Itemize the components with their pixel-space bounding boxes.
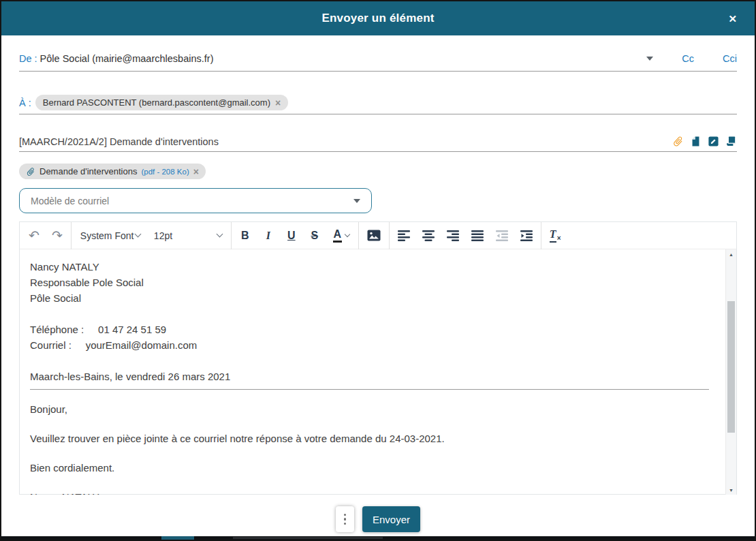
outdent-button[interactable] <box>490 222 514 249</box>
signature-block: Nancy NATALY Responsable Pole Social Pôl… <box>30 259 709 384</box>
closing-line: Bien cordialement. <box>30 460 709 476</box>
file-icon[interactable] <box>690 136 702 147</box>
modal-header: Envoyer un élément ✕ <box>1 1 755 35</box>
modal-footer: Envoyer <box>19 506 737 532</box>
align-right-button[interactable] <box>441 222 465 249</box>
scroll-down-icon[interactable]: ▼ <box>726 485 736 495</box>
from-label: De : <box>19 53 37 64</box>
subject-row: [MAARCH/2021A/2] Demande d'interventions <box>19 136 737 152</box>
email-body-input[interactable]: Nancy NATALY Responsable Pole Social Pôl… <box>20 249 736 495</box>
toolbar-separator <box>358 222 359 249</box>
scrollbar-thumb[interactable] <box>727 301 735 433</box>
editor-toolbar: ↶ ↷ System Font 12pt B I U S A <box>20 222 736 249</box>
editor-body: Nancy NATALY Responsable Pole Social Pôl… <box>20 249 736 495</box>
scroll-icon[interactable] <box>725 136 737 147</box>
editor-scrollbar[interactable]: ▲ ▼ <box>725 249 736 495</box>
italic-button[interactable]: I <box>257 222 280 249</box>
attachment-meta: (pdf - 208 Ko) <box>141 168 189 176</box>
indent-button[interactable] <box>514 222 539 249</box>
attachment-row: Demande d'interventions (pdf - 208 Ko) × <box>19 164 737 179</box>
toolbar-separator <box>231 222 232 249</box>
clear-formatting-button[interactable]: T × <box>544 222 567 249</box>
email-template-select[interactable]: Modèle de courriel <box>19 188 372 213</box>
insert-image-button[interactable] <box>361 222 387 249</box>
bold-button[interactable]: B <box>234 222 257 249</box>
more-options-button[interactable] <box>336 506 354 532</box>
chevron-down-icon <box>345 231 350 236</box>
scrollbar-track[interactable] <box>726 259 736 485</box>
background-fragment <box>161 536 194 540</box>
kebab-menu-icon <box>344 514 347 516</box>
background-page-strip <box>1 536 755 540</box>
align-left-button[interactable] <box>392 222 416 249</box>
recipient-chip[interactable]: Bernard PASCONTENT (bernard.pascontent@g… <box>35 95 288 110</box>
align-center-icon <box>422 230 435 241</box>
attachment-name: Demande d'interventions <box>40 166 137 176</box>
toolbar-separator <box>71 222 72 249</box>
chevron-down-icon <box>353 199 360 203</box>
indent-icon <box>520 230 533 241</box>
send-element-modal: Envoyer un élément ✕ De : Pôle Social (m… <box>0 0 756 541</box>
justify-button[interactable] <box>465 222 490 249</box>
rich-text-editor: ↶ ↷ System Font 12pt B I U S A <box>19 221 737 495</box>
cc-link[interactable]: Cc <box>682 53 694 64</box>
edit-icon[interactable] <box>708 136 719 147</box>
align-right-icon <box>447 230 459 241</box>
modal-content: De : Pôle Social (mairie@maarchlesbains.… <box>1 53 755 532</box>
undo-icon[interactable]: ↶ <box>22 222 46 249</box>
subject-input[interactable]: [MAARCH/2021A/2] Demande d'interventions <box>19 136 672 147</box>
background-fragment <box>233 537 383 539</box>
underline-button[interactable]: U <box>280 222 303 249</box>
close-icon[interactable]: ✕ <box>728 14 737 24</box>
scroll-up-icon[interactable]: ▲ <box>726 249 736 259</box>
send-button[interactable]: Envoyer <box>362 506 420 532</box>
body-line: Veuillez trouver en pièce jointe à ce co… <box>30 431 709 446</box>
align-center-button[interactable] <box>416 222 441 249</box>
divider <box>30 389 709 390</box>
font-size-select[interactable]: 12pt <box>147 222 229 249</box>
signature-name-line: Nancy NATALY <box>30 489 709 495</box>
redo-icon[interactable]: ↷ <box>46 222 69 249</box>
clear-formatting-icon: T <box>550 228 556 242</box>
template-placeholder: Modèle de courriel <box>31 196 353 206</box>
image-icon <box>367 230 381 241</box>
recipient-chip-label: Bernard PASCONTENT (bernard.pascontent@g… <box>43 97 270 108</box>
chevron-down-icon <box>216 231 223 238</box>
to-label: À : <box>19 97 31 108</box>
subject-actions <box>672 136 737 147</box>
chevron-down-icon[interactable] <box>646 57 653 61</box>
justify-icon <box>471 230 484 241</box>
font-family-select[interactable]: System Font <box>74 222 147 249</box>
strikethrough-button[interactable]: S <box>303 222 326 249</box>
from-value: Pôle Social (mairie@maarchlesbains.fr) <box>40 53 214 64</box>
toolbar-separator <box>541 222 541 249</box>
paperclip-icon[interactable] <box>670 133 686 149</box>
from-row[interactable]: De : Pôle Social (mairie@maarchlesbains.… <box>19 53 737 72</box>
paperclip-icon <box>24 165 37 179</box>
to-row[interactable]: À : Bernard PASCONTENT (bernard.pasconte… <box>19 95 737 114</box>
outdent-icon <box>496 230 508 241</box>
align-left-icon <box>398 230 410 241</box>
greeting-line: Bonjour, <box>30 401 709 417</box>
modal-title: Envoyer un élément <box>321 12 434 25</box>
toolbar-separator <box>389 222 390 249</box>
chevron-down-icon <box>134 231 141 238</box>
remove-recipient-icon[interactable]: × <box>275 98 281 108</box>
remove-attachment-icon[interactable]: × <box>193 167 199 176</box>
attachment-chip[interactable]: Demande d'interventions (pdf - 208 Ko) × <box>19 164 206 179</box>
text-color-button[interactable]: A <box>326 222 356 249</box>
cci-link[interactable]: Cci <box>723 53 737 64</box>
